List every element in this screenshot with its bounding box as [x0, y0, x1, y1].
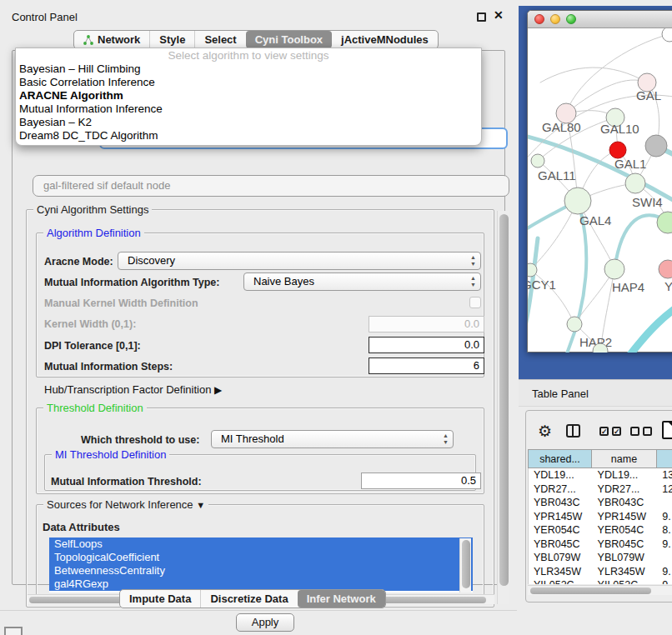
combobox-value: MI Threshold: [221, 432, 284, 445]
network-icon: [83, 35, 93, 45]
close-icon[interactable]: ✕: [494, 8, 504, 22]
checked-checkbox-icon[interactable]: ✓: [612, 427, 621, 436]
table-cell: YBR045C: [529, 538, 593, 552]
split-columns-icon[interactable]: [566, 424, 580, 438]
tab-jactivemnodules[interactable]: jActiveMNodules: [332, 31, 438, 48]
node-label: GAL80: [542, 120, 581, 134]
tab-discretize-data[interactable]: Discretize Data: [200, 590, 297, 608]
network-node[interactable]: [657, 212, 672, 233]
table-cell: YER054C: [593, 523, 658, 538]
table-row[interactable]: YPR145WYPR145W9.: [529, 510, 672, 524]
manual-kernel-checkbox[interactable]: [469, 297, 481, 308]
network-node[interactable]: [567, 317, 582, 332]
float-window-icon[interactable]: [477, 12, 486, 22]
tab-infer-network[interactable]: Infer Network: [298, 590, 385, 608]
combobox-value: Naive Bayes: [253, 275, 314, 288]
table-row[interactable]: YIL052CYIL052C9: [529, 578, 672, 584]
hub-definition-expander[interactable]: Hub/Transcription Factor Definition ▶: [44, 383, 222, 396]
column-header-name[interactable]: name: [592, 449, 657, 468]
table-panel-title: Table Panel: [532, 388, 589, 400]
tab-style[interactable]: Style: [149, 31, 194, 48]
algorithm-options: Bayesian – Hill ClimbingBasic Correlatio…: [16, 62, 481, 142]
node-label: GAL11: [538, 168, 576, 182]
zoom-traffic-light-icon[interactable]: [566, 14, 576, 24]
panel-title: Control Panel: [12, 11, 78, 23]
attribute-list-item[interactable]: SelfLoops: [49, 538, 473, 551]
network-node[interactable]: [662, 28, 672, 42]
hub-definition-label: Hub/Transcription Factor Definition: [44, 383, 211, 396]
column-header-cut[interactable]: [657, 449, 672, 468]
data-table-combobox[interactable]: gal-filtered sif default node: [33, 175, 509, 197]
network-canvas[interactable]: GALGAL80GAL10GAL1GAL11GAL4SWI4GCY1HAP4YH…: [528, 28, 672, 352]
document-icon[interactable]: [662, 421, 672, 439]
dpi-tolerance-field[interactable]: 0.0: [369, 337, 484, 353]
network-node[interactable]: [645, 135, 667, 157]
table-header-row: shared... name: [528, 449, 672, 468]
table-cell: 12: [657, 482, 672, 497]
algorithm-option[interactable]: Bayesian – Hill Climbing: [16, 62, 481, 76]
which-threshold-combobox[interactable]: MI Threshold ▲▼: [211, 430, 454, 448]
cyni-bottom-tabs: Impute Data Discretize Data Infer Networ…: [119, 589, 386, 608]
minimize-traffic-light-icon[interactable]: [550, 14, 560, 24]
table-cell: YIL052C: [529, 578, 593, 584]
tab-select[interactable]: Select: [194, 31, 245, 48]
attribute-list-item[interactable]: TopologicalCoefficient: [49, 551, 473, 564]
unchecked-checkbox-icon[interactable]: [630, 427, 639, 436]
mi-type-combobox[interactable]: Naive Bayes ▲▼: [243, 272, 481, 291]
tab-label: Select: [204, 33, 236, 46]
checked-checkbox-icon[interactable]: ✓: [599, 427, 609, 436]
network-node[interactable]: [528, 263, 537, 277]
aracne-mode-label: Aracne Mode:: [44, 256, 113, 268]
mi-steps-field[interactable]: 6: [369, 358, 484, 374]
list-scrollbar[interactable]: [459, 538, 471, 592]
tab-cyni-toolbox[interactable]: Cyni Toolbox: [246, 31, 332, 48]
unchecked-checkbox-icon[interactable]: [643, 427, 652, 436]
table-row[interactable]: YLR345WYLR345W9.: [529, 565, 672, 579]
stepper-arrows-icon: ▲▼: [470, 254, 476, 268]
attribute-list-item[interactable]: BetweennessCentrality: [49, 564, 473, 578]
close-traffic-light-icon[interactable]: [534, 14, 544, 24]
algorithm-option[interactable]: Basic Correlation Inference: [16, 76, 481, 89]
table-horizontal-scrollbar[interactable]: [528, 585, 672, 595]
table-row[interactable]: YDR27...YDR27...12: [529, 482, 672, 497]
network-node[interactable]: [659, 260, 672, 278]
table-cell: YDR27...: [593, 482, 658, 497]
algorithm-option[interactable]: Mutual Information Inference: [16, 102, 481, 116]
node-label: GCY1: [528, 278, 556, 292]
table-cell: 9.: [657, 510, 672, 524]
aracne-mode-combobox[interactable]: Discovery ▲▼: [118, 252, 481, 270]
settings-vertical-scrollbar[interactable]: [497, 211, 509, 604]
data-attributes-list[interactable]: SelfLoopsTopologicalCoefficientBetweenne…: [49, 538, 473, 592]
minimized-panel-icon[interactable]: [4, 627, 23, 635]
tab-label: Network: [98, 33, 140, 46]
table-row[interactable]: YBR043CYBR043C: [529, 496, 672, 510]
network-node[interactable]: [609, 142, 626, 158]
window-title-bar[interactable]: [528, 11, 672, 28]
network-desktop: GALGAL80GAL10GAL1GAL11GAL4SWI4GCY1HAP4YH…: [519, 6, 672, 379]
network-view-window[interactable]: GALGAL80GAL10GAL1GAL11GAL4SWI4GCY1HAP4YH…: [527, 10, 672, 352]
collapse-arrow-icon[interactable]: ▼: [196, 500, 205, 510]
network-node[interactable]: [625, 173, 645, 193]
which-threshold-label: Which threshold to use:: [81, 434, 199, 446]
algorithm-option[interactable]: Bayesian – K2: [16, 116, 481, 129]
table-cell: 9.: [657, 538, 672, 552]
tab-network[interactable]: Network: [74, 31, 149, 48]
network-node[interactable]: [531, 154, 544, 168]
kernel-width-field[interactable]: 0.0: [369, 316, 484, 332]
tab-impute-data[interactable]: Impute Data: [120, 590, 200, 608]
table-cell: YIL052C: [593, 578, 658, 584]
network-node[interactable]: [564, 188, 591, 214]
column-header-shared-name[interactable]: shared...: [528, 449, 592, 468]
network-nodes[interactable]: GALGAL80GAL10GAL1GAL11GAL4SWI4GCY1HAP4YH…: [528, 28, 672, 352]
table-row[interactable]: YER054CYER054C8.: [529, 523, 672, 538]
algorithm-option[interactable]: ARACNE Algorithm: [16, 89, 481, 102]
mi-threshold-field[interactable]: 0.5: [361, 472, 481, 489]
network-node[interactable]: [604, 259, 624, 279]
table-row[interactable]: YBL079WYBL079W: [529, 551, 672, 565]
algorithm-option[interactable]: Dream8 DC_TDC Algorithm: [16, 129, 481, 142]
table-row[interactable]: YDL19...YDL19...13: [529, 468, 672, 482]
table-row[interactable]: YBR045CYBR045C9.: [529, 538, 672, 552]
gear-icon[interactable]: ⚙: [538, 422, 552, 441]
apply-button[interactable]: Apply: [236, 613, 294, 632]
table-rows[interactable]: YDL19...YDL19...13YDR27...YDR27...12YBR0…: [528, 468, 672, 584]
